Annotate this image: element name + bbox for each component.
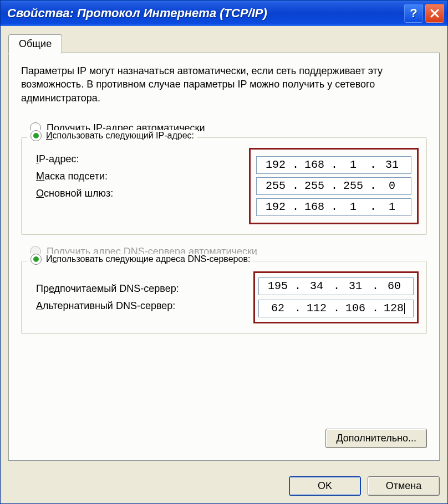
titlebar[interactable]: Свойства: Протокол Интернета (TCP/IP) ? — [1, 1, 447, 26]
cancel-button[interactable]: Отмена — [368, 476, 440, 496]
ip-address-label: IP-адрес: — [36, 153, 79, 165]
close-button[interactable] — [425, 4, 444, 23]
client-area: Общие Параметры IP могут назначаться авт… — [1, 26, 447, 469]
radio-ip-manual-label: Использовать следующий IP-адрес: — [46, 131, 194, 141]
window-title: Свойства: Протокол Интернета (TCP/IP) — [7, 6, 402, 20]
gateway-input[interactable]: 192. 168. 1. 1 — [256, 198, 411, 216]
preferred-dns-label: Предпочитаемый DNS-сервер: — [36, 283, 179, 295]
dns-highlight: 195. 34. 31. 60 62. 112. 106. 128 — [253, 271, 419, 323]
dialog-buttons: OK Отмена — [1, 469, 447, 503]
help-button[interactable]: ? — [404, 4, 423, 23]
ok-button[interactable]: OK — [289, 476, 361, 496]
tab-page: Параметры IP могут назначаться автоматич… — [8, 53, 440, 461]
alternate-dns-input[interactable]: 62. 112. 106. 128 — [258, 300, 414, 317]
text-cursor — [404, 303, 405, 314]
alternate-dns-label: Альтернативный DNS-сервер: — [36, 300, 175, 312]
radio-dns-manual-row[interactable]: Использовать следующие адреса DNS-сервер… — [27, 254, 253, 265]
tab-strip: Общие — [8, 34, 440, 53]
subnet-mask-label: Маска подсети: — [36, 171, 108, 182]
subnet-mask-input[interactable]: 255. 255. 255. 0 — [256, 177, 411, 195]
fieldset-dns: Использовать следующие адреса DNS-сервер… — [21, 261, 427, 334]
advanced-row: Дополнительно... — [21, 429, 427, 448]
radio-icon — [30, 254, 42, 265]
ip-highlight: 192. 168. 1. 31 255. 255. 255. 0 192 — [249, 148, 419, 224]
intro-text: Параметры IP могут назначаться автоматич… — [21, 64, 427, 105]
radio-ip-manual-row[interactable]: Использовать следующий IP-адрес: — [27, 130, 197, 141]
radio-dns-manual-label: Использовать следующие адреса DNS-сервер… — [46, 254, 250, 264]
ip-labels: IP-адрес: Маска подсети: Основной шлюз: — [36, 148, 249, 224]
advanced-button[interactable]: Дополнительно... — [325, 429, 427, 448]
close-icon — [430, 8, 440, 18]
gateway-label: Основной шлюз: — [36, 188, 113, 199]
radio-icon — [30, 130, 42, 141]
dns-labels: Предпочитаемый DNS-сервер: Альтернативны… — [36, 277, 253, 317]
tab-general[interactable]: Общие — [8, 34, 62, 54]
preferred-dns-input[interactable]: 195. 34. 31. 60 — [258, 277, 414, 295]
window: Свойства: Протокол Интернета (TCP/IP) ? … — [0, 0, 448, 504]
ip-address-input[interactable]: 192. 168. 1. 31 — [256, 156, 411, 174]
fieldset-ip: Использовать следующий IP-адрес: IP-адре… — [21, 137, 427, 235]
